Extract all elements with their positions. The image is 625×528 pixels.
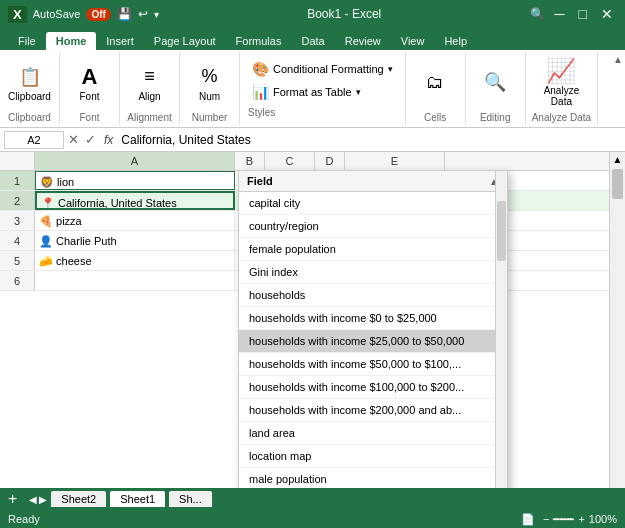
- dropdown-item-country-region[interactable]: country/region: [239, 215, 507, 238]
- ribbon-group-clipboard: 📋 Clipboard Clipboard: [0, 52, 60, 125]
- row-number-3: 3: [0, 211, 35, 230]
- col-header-d[interactable]: D: [315, 152, 345, 170]
- dropdown-item-female-population[interactable]: female population: [239, 238, 507, 261]
- col-header-c[interactable]: C: [265, 152, 315, 170]
- tab-help[interactable]: Help: [434, 32, 477, 50]
- sheet-tab-sh[interactable]: Sh...: [169, 491, 212, 507]
- cell-a1[interactable]: 🦁 lion: [35, 171, 235, 190]
- ribbon-group-number: % Num Number: [180, 52, 240, 125]
- analyze-label: Analyze Data: [532, 112, 591, 123]
- scroll-up-arrow[interactable]: ▲: [610, 152, 625, 167]
- number-button[interactable]: % Num: [194, 61, 226, 104]
- fx-label: fx: [104, 133, 113, 147]
- column-headers: A B C D E: [0, 152, 625, 171]
- editing-button[interactable]: 🔍: [479, 66, 511, 98]
- sheet-scroll-left[interactable]: ◀: [29, 494, 37, 505]
- alignment-button[interactable]: ≡ Align: [134, 61, 166, 104]
- formula-dividers: ✕ ✓: [68, 132, 96, 147]
- conditional-formatting-button[interactable]: 🎨 Conditional Formatting ▾: [248, 59, 397, 79]
- ready-icon: 📄: [521, 513, 535, 526]
- col-header-e[interactable]: E: [345, 152, 445, 170]
- tab-formulas[interactable]: Formulas: [226, 32, 292, 50]
- add-sheet-button[interactable]: +: [8, 490, 17, 508]
- row-number-1: 1: [0, 171, 35, 190]
- ribbon-group-cells: 🗂 Cells: [406, 52, 466, 125]
- search-icon[interactable]: 🔍: [530, 7, 545, 21]
- confirm-formula-icon[interactable]: ✓: [85, 132, 96, 147]
- clipboard-icons: 📋 Clipboard: [6, 54, 53, 110]
- save-icon[interactable]: 💾: [117, 7, 132, 21]
- dropdown-scrollbar[interactable]: [495, 171, 507, 488]
- dropdown-header: Field ▲: [239, 171, 507, 192]
- analyze-data-button[interactable]: 📈 AnalyzeData: [542, 55, 582, 109]
- undo-icon[interactable]: ↩: [138, 7, 148, 21]
- dropdown-item-gini-index[interactable]: Gini index: [239, 261, 507, 284]
- cell-a3[interactable]: 🍕 pizza: [35, 211, 235, 230]
- tab-data[interactable]: Data: [291, 32, 334, 50]
- sheet-tab-sheet2[interactable]: Sheet2: [51, 491, 106, 507]
- vertical-scrollbar[interactable]: ▲: [609, 152, 625, 488]
- cell-reference-input[interactable]: [4, 131, 64, 149]
- ribbon-tabs: File Home Insert Page Layout Formulas Da…: [0, 28, 625, 50]
- tab-file[interactable]: File: [8, 32, 46, 50]
- autosave-toggle[interactable]: Off: [86, 8, 110, 21]
- dropdown-item-households[interactable]: households: [239, 284, 507, 307]
- font-button[interactable]: A Font: [74, 61, 106, 104]
- ribbon-content: 📋 Clipboard Clipboard A Font Font ≡ Alig…: [0, 50, 625, 128]
- dropdown-item-land-area[interactable]: land area: [239, 422, 507, 445]
- cell-a4[interactable]: 👤 Charlie Puth: [35, 231, 235, 250]
- dropdown-item-hh-0-25k[interactable]: households with income $0 to $25,000: [239, 307, 507, 330]
- dropdown-item-male-population[interactable]: male population: [239, 468, 507, 488]
- title-bar-left: X AutoSave Off 💾 ↩ ▾: [8, 6, 159, 23]
- collapse-ribbon[interactable]: ▲: [611, 52, 625, 125]
- cells-label: Cells: [424, 112, 446, 123]
- tab-home[interactable]: Home: [46, 32, 97, 50]
- cell-a5[interactable]: 🧀 cheese: [35, 251, 235, 270]
- sheet-tab-sheet1[interactable]: Sheet1: [110, 491, 165, 507]
- minimize-button[interactable]: ─: [551, 6, 569, 22]
- tab-page-layout[interactable]: Page Layout: [144, 32, 226, 50]
- title-bar-center: Book1 - Excel: [307, 7, 381, 21]
- ribbon-group-styles: 🎨 Conditional Formatting ▾ 📊 Format as T…: [240, 52, 406, 125]
- zoom-control[interactable]: − ━━━ + 100%: [543, 513, 617, 526]
- dropdown-item-capital-city[interactable]: capital city: [239, 192, 507, 215]
- row-number-4: 4: [0, 231, 35, 250]
- scroll-thumb[interactable]: [612, 169, 623, 199]
- dropdown-item-hh-25k-50k[interactable]: households with income $25,000 to $50,00…: [239, 330, 507, 353]
- zoom-out-icon[interactable]: −: [543, 513, 549, 525]
- dropdown-item-location-map[interactable]: location map: [239, 445, 507, 468]
- tab-insert[interactable]: Insert: [96, 32, 144, 50]
- dropdown-item-hh-100k-200k[interactable]: households with income $100,000 to $200.…: [239, 376, 507, 399]
- cells-button[interactable]: 🗂: [419, 66, 451, 98]
- sheet-scroll-right[interactable]: ▶: [39, 494, 47, 505]
- clipboard-label: Clipboard: [8, 112, 51, 123]
- main-area: A B C D E 1 🦁 lion 2 📍 California, Unite…: [0, 152, 625, 488]
- ribbon-group-alignment: ≡ Align Alignment: [120, 52, 180, 125]
- cell-a2[interactable]: 📍 California, United States: [35, 191, 235, 210]
- dropdown-item-hh-50k-100k[interactable]: households with income $50,000 to $100,.…: [239, 353, 507, 376]
- format-as-table-button[interactable]: 📊 Format as Table ▾: [248, 82, 397, 102]
- ready-status: Ready: [8, 513, 40, 525]
- col-header-a[interactable]: A: [35, 152, 235, 170]
- maximize-button[interactable]: □: [575, 6, 591, 22]
- status-bar: Ready 📄 − ━━━ + 100%: [0, 510, 625, 528]
- clipboard-button[interactable]: 📋 Clipboard: [6, 61, 53, 104]
- close-button[interactable]: ✕: [597, 6, 617, 22]
- zoom-slider[interactable]: ━━━: [553, 513, 574, 526]
- scrollbar-thumb[interactable]: [497, 201, 506, 261]
- formula-input[interactable]: [117, 133, 621, 147]
- more-commands-icon[interactable]: ▾: [154, 9, 159, 20]
- zoom-in-icon[interactable]: +: [578, 513, 584, 525]
- format-as-table-label: Format as Table: [273, 86, 352, 98]
- tab-review[interactable]: Review: [335, 32, 391, 50]
- cancel-formula-icon[interactable]: ✕: [68, 132, 79, 147]
- cell-a6[interactable]: [35, 271, 235, 290]
- dropdown-item-hh-200k-above[interactable]: households with income $200,000 and ab..…: [239, 399, 507, 422]
- title-bar-right: 🔍 ─ □ ✕: [530, 6, 617, 22]
- sheet-tabs-bar: + ◀ ▶ Sheet2 Sheet1 Sh...: [0, 488, 625, 510]
- status-right: 📄 − ━━━ + 100%: [521, 513, 617, 526]
- tab-view[interactable]: View: [391, 32, 435, 50]
- dropdown-field-label: Field: [247, 175, 273, 187]
- styles-label: Styles: [248, 107, 397, 118]
- col-header-b[interactable]: B: [235, 152, 265, 170]
